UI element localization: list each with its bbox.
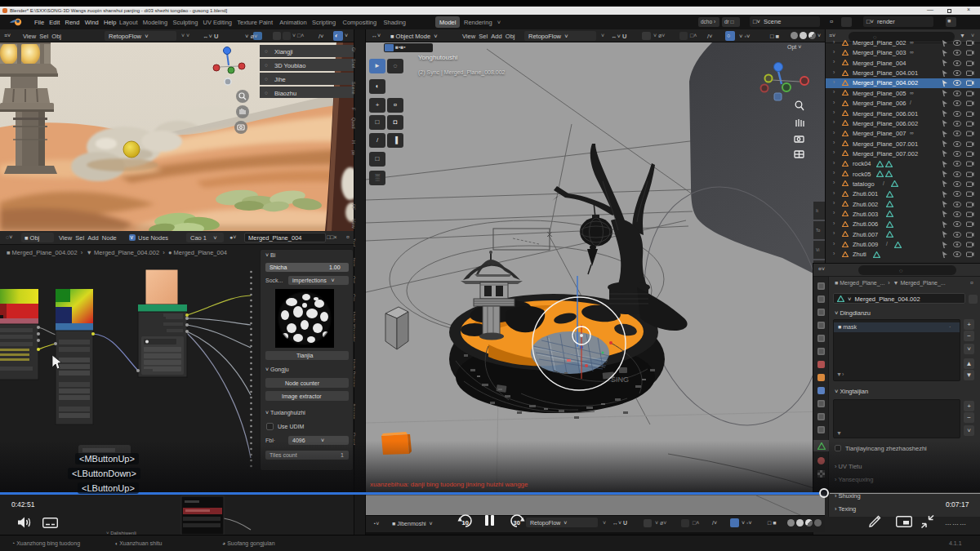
svg-text:○: ○ xyxy=(265,62,268,68)
svg-text:To: To xyxy=(816,228,821,233)
svg-text:Vi: Vi xyxy=(816,247,819,252)
svg-text:10: 10 xyxy=(462,519,469,527)
svg-text:Biaozhu: Biaozhu xyxy=(274,90,296,97)
svg-text:○: ○ xyxy=(265,76,268,82)
svg-text:SING: SING xyxy=(611,375,629,384)
svg-text:○: ○ xyxy=(265,48,268,54)
svg-text:○: ○ xyxy=(265,90,268,96)
svg-text:Jihe: Jihe xyxy=(274,76,286,83)
svg-text:3D Youbiao: 3D Youbiao xyxy=(274,62,305,69)
svg-text:30: 30 xyxy=(514,519,520,527)
svg-text:Xiangji: Xiangji xyxy=(274,48,293,56)
